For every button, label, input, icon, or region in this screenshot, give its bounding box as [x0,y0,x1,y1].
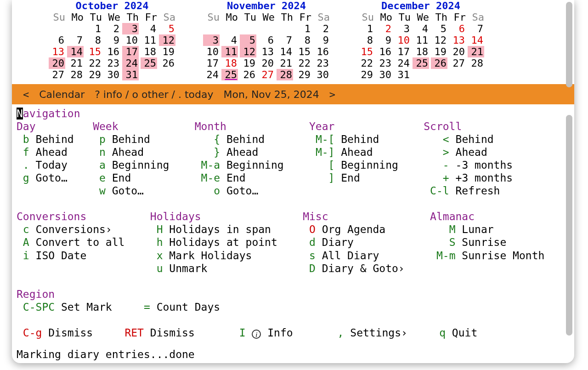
calendar-day[interactable]: 30 [104,69,120,80]
next-month-button[interactable]: > [329,89,335,100]
calendar-day[interactable]: 19 [159,46,175,57]
calendar-day[interactable]: 21 [277,57,293,69]
calendar-day[interactable]: 28 [67,69,84,80]
calendar-day[interactable]: 8 [357,34,374,46]
calendar-day[interactable]: 5 [240,34,256,46]
calendar-day[interactable]: 31 [122,69,139,80]
calendar-day[interactable]: 24 [203,69,220,80]
calendar-day[interactable]: 26 [240,69,256,80]
calendar-day[interactable]: 25 [141,57,157,69]
calendar-day[interactable]: 22 [357,57,374,69]
calendar-day[interactable]: 23 [104,57,120,69]
calendar-day[interactable]: 28 [277,69,293,80]
calendar-day[interactable]: 23 [313,57,330,69]
calendar-day[interactable]: 16 [104,46,120,57]
calendar-day[interactable]: 24 [122,57,139,69]
calendar-day[interactable]: 23 [376,57,392,69]
dow-label: Fr [295,11,311,23]
calendar-day[interactable]: 18 [413,46,429,57]
calendar-day[interactable]: 5 [431,23,447,34]
calendar-day[interactable]: 2 [104,23,120,34]
calendar-day[interactable]: 17 [394,46,411,57]
calendar-day[interactable]: 8 [85,34,102,46]
calendar-day[interactable]: 19 [431,46,447,57]
calendar-day[interactable]: 2 [376,23,392,34]
calendar-day[interactable]: 13 [49,46,65,57]
scrollbar-help[interactable] [566,115,572,336]
calendar-day[interactable]: 15 [295,46,311,57]
calendar-day[interactable]: 21 [468,46,484,57]
calendar-day[interactable]: 12 [431,34,447,46]
calendar-day[interactable]: 6 [449,23,466,34]
calendar-day[interactable]: 29 [357,69,374,80]
calendar-day[interactable]: 25 [221,69,238,80]
calendar-day[interactable]: 3 [394,23,411,34]
calendar-day[interactable]: 4 [141,23,157,34]
calendar-day[interactable]: 11 [413,34,429,46]
calendar-day[interactable]: 3 [203,34,220,46]
calendar-day[interactable]: 4 [413,23,429,34]
calendar-day[interactable]: 12 [159,34,175,46]
scrollbar-calendar[interactable] [566,2,572,87]
calendar-day[interactable]: 26 [431,57,447,69]
calendar-day[interactable]: 29 [295,69,311,80]
calendar-day[interactable]: 25 [413,57,429,69]
calendar-day[interactable]: 5 [159,23,175,34]
calendar-day[interactable]: 13 [258,46,275,57]
calendar-day[interactable]: 20 [49,57,65,69]
calendar-day[interactable]: 24 [394,57,411,69]
calendar-day[interactable]: 17 [203,57,220,69]
calendar-day[interactable]: 10 [394,34,411,46]
calendar-day[interactable]: 10 [122,34,139,46]
calendar-day[interactable]: 15 [357,46,374,57]
calendar-day[interactable]: 21 [67,57,84,69]
calendar-day[interactable]: 12 [240,46,256,57]
calendar-day[interactable]: 19 [240,57,256,69]
calendar-day[interactable]: 29 [85,69,102,80]
calendar-day[interactable]: 31 [394,69,411,80]
info-icon: i [252,330,261,339]
calendar-day[interactable]: 18 [141,46,157,57]
calendar-day[interactable]: 7 [468,23,484,34]
calendar-day[interactable]: 9 [376,34,392,46]
calendar-day[interactable]: 14 [67,46,84,57]
calendar-day[interactable]: 3 [122,23,139,34]
calendar-day[interactable]: 22 [295,57,311,69]
calendar-day[interactable]: 30 [376,69,392,80]
calendar-day[interactable]: 1 [357,23,374,34]
calendar-day[interactable]: 27 [258,69,275,80]
calendar-day[interactable]: 9 [313,34,330,46]
calendar-day[interactable]: 11 [141,34,157,46]
calendar-day[interactable]: 1 [85,23,102,34]
calendar-day[interactable]: 28 [468,57,484,69]
calendar-day[interactable]: 6 [258,34,275,46]
calendar-day[interactable]: 6 [49,34,65,46]
prev-month-button[interactable]: < [23,89,29,100]
dow-label: Tu [240,11,256,23]
calendar-day[interactable]: 30 [313,69,330,80]
calendar-day[interactable]: 17 [122,46,139,57]
calendar-day[interactable]: 1 [295,23,311,34]
calendar-day[interactable]: 13 [449,34,466,46]
calendar-day[interactable]: 8 [295,34,311,46]
calendar-day[interactable]: 10 [203,46,220,57]
calendar-day[interactable]: 26 [159,57,175,69]
calendar-day[interactable]: 18 [221,57,238,69]
calendar-day[interactable]: 4 [221,34,238,46]
calendar-day[interactable]: 14 [277,46,293,57]
dow-label: Sa [159,11,175,23]
calendar-day[interactable]: 15 [85,46,102,57]
calendar-day[interactable]: 16 [313,46,330,57]
calendar-day[interactable]: 16 [376,46,392,57]
calendar-day[interactable]: 22 [85,57,102,69]
calendar-day[interactable]: 11 [221,46,238,57]
calendar-day[interactable]: 20 [449,46,466,57]
calendar-day[interactable]: 27 [49,69,65,80]
calendar-day[interactable]: 7 [67,34,84,46]
calendar-day[interactable]: 20 [258,57,275,69]
calendar-day[interactable]: 7 [277,34,293,46]
calendar-day[interactable]: 14 [468,34,484,46]
calendar-day[interactable]: 27 [449,57,466,69]
calendar-day[interactable]: 9 [104,34,120,46]
calendar-day[interactable]: 2 [313,23,330,34]
